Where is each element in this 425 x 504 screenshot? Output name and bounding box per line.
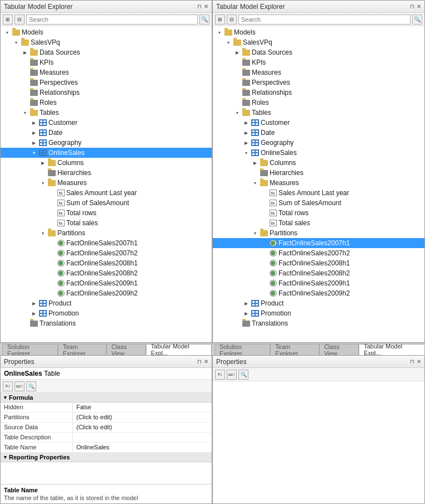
- expander-geography[interactable]: ▶: [242, 138, 251, 147]
- tree-item-fact2008h1[interactable]: FactOnlineSales2008h1: [1, 258, 212, 268]
- tree-item-date[interactable]: ▶Date: [1, 128, 212, 138]
- tree-item-measures[interactable]: Measures: [1, 67, 212, 77]
- close-icon-lp[interactable]: ✕: [204, 358, 208, 365]
- tree-item-total-rows[interactable]: fxTotal rows: [1, 208, 212, 218]
- tree-item-fact2009h1[interactable]: FactOnlineSales2009h1: [213, 278, 424, 288]
- props-value[interactable]: OnlineSales: [73, 443, 212, 452]
- right-props-categorized-btn[interactable]: ≡↕: [215, 370, 225, 380]
- props-value[interactable]: (Click to edit): [73, 423, 212, 432]
- tree-item-fact2009h2[interactable]: FactOnlineSales2009h2: [1, 288, 212, 298]
- props-section-Formula[interactable]: ▾Formula: [1, 393, 212, 403]
- tree-item-relationships[interactable]: Relationships: [1, 88, 212, 98]
- pin-icon-lp[interactable]: ⊓: [197, 358, 202, 365]
- tree-item-fact2009h2[interactable]: FactOnlineSales2009h2: [213, 288, 424, 298]
- tree-item-fact2009h1[interactable]: FactOnlineSales2009h1: [1, 278, 212, 288]
- expand-all-btn[interactable]: ⊞: [3, 14, 13, 25]
- tree-item-models[interactable]: ▾Models: [213, 27, 424, 37]
- expander-partitions[interactable]: ▾: [251, 229, 260, 238]
- expander-models[interactable]: ▾: [215, 28, 224, 37]
- tree-item-fact2007h2[interactable]: FactOnlineSales2007h2: [1, 248, 212, 258]
- expander-product[interactable]: ▶: [242, 299, 251, 308]
- tree-item-tables[interactable]: ▾Tables: [213, 108, 424, 118]
- tree-item-customer[interactable]: ▶Customer: [213, 118, 424, 128]
- tab-1[interactable]: Team Explorer: [58, 344, 106, 355]
- tab-2[interactable]: Class View: [106, 344, 146, 355]
- expander-date[interactable]: ▶: [242, 128, 251, 137]
- expander-columns[interactable]: ▶: [251, 158, 260, 167]
- tree-item-product[interactable]: ▶Product: [1, 298, 212, 308]
- expander-salesvpq[interactable]: ▾: [12, 38, 21, 47]
- tree-item-relationships[interactable]: Relationships: [213, 88, 424, 98]
- props-section-Reporting-Properties[interactable]: ▾Reporting Properties: [1, 453, 212, 462]
- tree-item-total-rows[interactable]: fxTotal rows: [213, 208, 424, 218]
- tree-item-fact2008h1[interactable]: FactOnlineSales2008h1: [213, 258, 424, 268]
- tree-item-total-sales[interactable]: fxTotal sales: [213, 218, 424, 228]
- expander-salesvpq[interactable]: ▾: [224, 38, 233, 47]
- close-icon-right[interactable]: ✕: [417, 3, 421, 9]
- tab-0[interactable]: Solution Explorer: [2, 344, 58, 355]
- expander-measures2[interactable]: ▾: [251, 178, 260, 187]
- tree-item-columns[interactable]: ▶Columns: [213, 158, 424, 168]
- tree-item-sales-amount[interactable]: fxSales Amount Last year: [213, 188, 424, 198]
- tree-item-models[interactable]: ▾Models: [1, 27, 212, 37]
- tree-item-customer[interactable]: ▶Customer: [1, 118, 212, 128]
- tree-item-fact2007h2[interactable]: FactOnlineSales2007h2: [213, 248, 424, 258]
- expander-columns[interactable]: ▶: [38, 158, 47, 167]
- tree-item-fact2008h2[interactable]: FactOnlineSales2008h2: [213, 268, 424, 278]
- tab-1[interactable]: Team Explorer: [270, 344, 319, 355]
- expander-promotion[interactable]: ▶: [30, 309, 38, 318]
- tree-item-sales-amount[interactable]: fxSales Amount Last year: [1, 188, 212, 198]
- tree-item-measures2[interactable]: ▾Measures: [1, 178, 212, 188]
- pin-icon-right[interactable]: ⊓: [410, 3, 414, 9]
- tree-item-columns[interactable]: ▶Columns: [1, 158, 212, 168]
- right-props-alpha-btn[interactable]: az↕: [227, 370, 237, 380]
- props-value[interactable]: (Click to edit): [73, 413, 212, 422]
- expander-date[interactable]: ▶: [30, 128, 38, 137]
- expander-datasources[interactable]: ▶: [233, 48, 242, 57]
- collapse-all-btn[interactable]: ⊟: [14, 14, 25, 25]
- expander-customer[interactable]: ▶: [242, 118, 251, 127]
- expander-partitions[interactable]: ▾: [38, 229, 47, 238]
- expander-tables[interactable]: ▾: [21, 108, 30, 117]
- tree-item-promotion[interactable]: ▶Promotion: [1, 308, 212, 318]
- tab-3[interactable]: Tabular Model Expl...: [359, 344, 425, 355]
- tab-3[interactable]: Tabular Model Expl...: [146, 344, 212, 355]
- tab-0[interactable]: Solution Explorer: [214, 344, 270, 355]
- right-expand-all-btn[interactable]: ⊞: [215, 14, 225, 25]
- tree-item-translations[interactable]: Translations: [213, 318, 424, 328]
- tree-item-measures[interactable]: Measures: [213, 67, 424, 77]
- props-search-btn[interactable]: 🔍: [26, 381, 36, 391]
- tree-item-sum-sales[interactable]: fxSum of SalesAmount: [213, 198, 424, 208]
- tree-item-datasources[interactable]: ▶Data Sources: [213, 47, 424, 57]
- props-categorized-btn[interactable]: ≡↕: [3, 381, 13, 391]
- close-icon-rp[interactable]: ✕: [417, 358, 421, 365]
- tree-item-product[interactable]: ▶Product: [213, 298, 424, 308]
- pin-icon[interactable]: ⊓: [197, 3, 202, 9]
- props-alpha-btn[interactable]: az↕: [14, 381, 25, 391]
- tree-item-partitions[interactable]: ▾Partitions: [213, 228, 424, 238]
- right-collapse-all-btn[interactable]: ⊟: [227, 14, 237, 25]
- tree-item-date[interactable]: ▶Date: [213, 128, 424, 138]
- search-btn[interactable]: 🔍: [199, 14, 209, 25]
- expander-models[interactable]: ▾: [3, 28, 12, 37]
- right-props-search-btn[interactable]: 🔍: [238, 370, 248, 380]
- tree-item-hierarchies[interactable]: Hierarchies: [1, 168, 212, 178]
- tree-item-fact2007h1[interactable]: FactOnlineSales2007h1: [213, 238, 424, 248]
- expander-tables[interactable]: ▾: [233, 108, 242, 117]
- close-icon[interactable]: ✕: [204, 3, 208, 9]
- expander-datasources[interactable]: ▶: [21, 48, 30, 57]
- expander-onlinesales[interactable]: ▾: [30, 148, 38, 157]
- tree-item-fact2008h2[interactable]: FactOnlineSales2008h2: [1, 268, 212, 278]
- expander-onlinesales[interactable]: ▾: [242, 148, 251, 157]
- tree-item-sum-sales[interactable]: fxSum of SalesAmount: [1, 198, 212, 208]
- right-search-btn[interactable]: 🔍: [412, 14, 422, 25]
- tree-item-hierarchies[interactable]: Hierarchies: [213, 168, 424, 178]
- tree-item-roles[interactable]: Roles: [1, 98, 212, 108]
- tree-item-salesvpq[interactable]: ▾SalesVPq: [1, 37, 212, 47]
- tree-item-translations[interactable]: Translations: [1, 318, 212, 328]
- expander-geography[interactable]: ▶: [30, 138, 38, 147]
- expander-product[interactable]: ▶: [30, 299, 38, 308]
- expander-promotion[interactable]: ▶: [242, 309, 251, 318]
- tree-item-tables[interactable]: ▾Tables: [1, 108, 212, 118]
- tree-item-salesvpq[interactable]: ▾SalesVPq: [213, 37, 424, 47]
